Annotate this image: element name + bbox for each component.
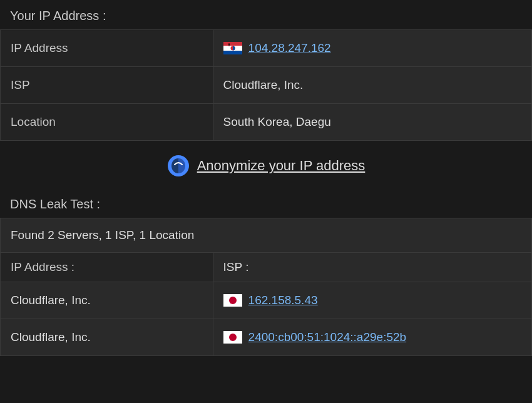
- location-row: Location South Korea, Daegu: [1, 104, 532, 141]
- isp-row: ISP Cloudflare, Inc.: [1, 67, 532, 104]
- dns-ip-cell-2: 2400:cb00:51:1024::a29e:52b: [213, 319, 531, 356]
- dns-ip-link-2[interactable]: 2400:cb00:51:1024::a29e:52b: [248, 330, 407, 344]
- dns-section-title: DNS Leak Test :: [0, 191, 532, 218]
- anonymize-section: Anonymize your IP address: [0, 141, 532, 191]
- jp-flag-icon-2: [223, 331, 242, 344]
- ip-address-row: IP Address: [1, 30, 532, 67]
- dns-col-isp-header: IP Address :: [1, 253, 213, 282]
- kr-flag-icon: [223, 42, 242, 54]
- ip-address-link[interactable]: 104.28.247.162: [248, 41, 331, 55]
- dns-table: Found 2 Servers, 1 ISP, 1 Location IP Ad…: [0, 218, 532, 356]
- dns-data-row-1: Cloudflare, Inc. 162.158.5.43: [1, 282, 532, 319]
- dns-ip-flag-cell-1: 162.158.5.43: [223, 293, 521, 307]
- location-label: Location: [1, 104, 213, 141]
- dns-found-row: Found 2 Servers, 1 ISP, 1 Location: [1, 218, 532, 253]
- your-ip-section: Your IP Address : IP Address: [0, 0, 532, 141]
- dns-ip-link-1[interactable]: 162.158.5.43: [248, 293, 318, 307]
- ip-address-cell: 104.28.247.162: [223, 41, 521, 55]
- your-ip-title: Your IP Address :: [0, 0, 532, 29]
- nordvpn-logo-icon: [167, 155, 190, 177]
- svg-rect-8: [223, 51, 242, 54]
- svg-point-17: [229, 334, 237, 341]
- svg-rect-7: [223, 42, 242, 46]
- jp-flag-icon-1: [223, 294, 242, 307]
- anonymize-link[interactable]: Anonymize your IP address: [197, 158, 366, 174]
- dns-isp-2: Cloudflare, Inc.: [1, 319, 213, 356]
- dns-ip-flag-cell-2: 2400:cb00:51:1024::a29e:52b: [223, 330, 521, 344]
- ip-address-label: IP Address: [1, 30, 213, 67]
- page-container: Your IP Address : IP Address: [0, 0, 532, 356]
- isp-value: Cloudflare, Inc.: [213, 67, 531, 104]
- dns-ip-cell-1: 162.158.5.43: [213, 282, 531, 319]
- ip-info-table: IP Address: [0, 29, 532, 141]
- dns-col-ip-header: ISP :: [213, 253, 531, 282]
- dns-header-row: IP Address : ISP :: [1, 253, 532, 282]
- ip-address-value: 104.28.247.162: [213, 30, 531, 67]
- location-value: South Korea, Daegu: [213, 104, 531, 141]
- dns-isp-1: Cloudflare, Inc.: [1, 282, 213, 319]
- dns-section: DNS Leak Test : Found 2 Servers, 1 ISP, …: [0, 191, 532, 356]
- dns-data-row-2: Cloudflare, Inc. 2400:cb00:51:1024::a29e…: [1, 319, 532, 356]
- svg-point-15: [229, 297, 237, 304]
- dns-found-text: Found 2 Servers, 1 ISP, 1 Location: [1, 218, 532, 253]
- isp-label: ISP: [1, 67, 213, 104]
